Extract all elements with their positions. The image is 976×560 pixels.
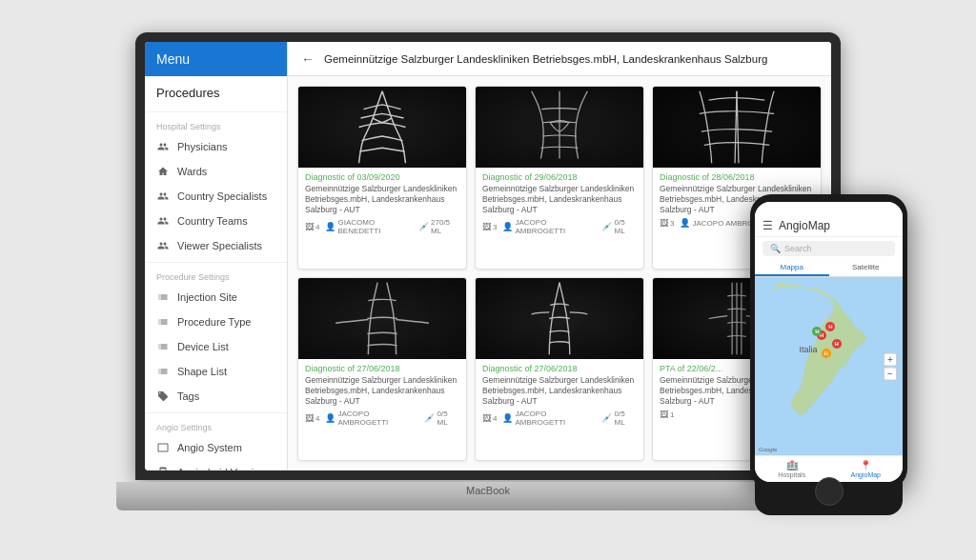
sidebar-item-country-specialists[interactable]: Country Specialists [145, 184, 287, 209]
list-icon [156, 290, 170, 304]
sidebar-item-device-list[interactable]: Device List [145, 334, 287, 359]
phone-nav-angiomap-label: AngioMap [850, 471, 881, 478]
card-image-0 [298, 87, 466, 168]
viewer-specialists-label: Viewer Specialists [177, 240, 262, 251]
card-image-2 [653, 87, 821, 168]
card-date-0: Diagnostic of 03/09/2020 [305, 172, 459, 182]
sidebar-item-country-teams[interactable]: Country Teams [145, 209, 287, 233]
person-icon: 👤 [325, 222, 336, 231]
sidebar-item-physicians[interactable]: Physicians [145, 134, 287, 159]
phone-nav-angiomap[interactable]: 📍 AngioMap [829, 456, 904, 482]
card-info-1: Diagnostic of 29/06/2018 Gemeinnützige S… [476, 168, 643, 240]
sidebar-item-tags[interactable]: Tags [145, 384, 287, 409]
card-doctor-3: 👤 JACOPO AMBROGETTI [325, 410, 418, 427]
phone-search-icon: 🔍 [770, 244, 781, 253]
card-meta-3: 🖼 4 👤 JACOPO AMBROGETTI 💉 [305, 410, 459, 427]
angiomap-icon: 📍 [860, 460, 871, 470]
app-layout: Menu Procedures Hospital Settings Physic… [145, 42, 831, 470]
sidebar-item-injection-site[interactable]: Injection Site [145, 285, 287, 310]
physicians-label: Physicians [177, 141, 228, 152]
list-icon-3 [156, 340, 170, 353]
tag-icon [156, 390, 170, 403]
procedure-card-3[interactable]: Diagnostic of 27/06/2018 Gemeinnützige S… [297, 277, 467, 461]
shape-list-label: Shape List [177, 366, 227, 377]
procedure-card-1[interactable]: Diagnostic of 29/06/2018 Gemeinnützige S… [475, 86, 644, 270]
syringe-icon-3: 💉 [424, 413, 435, 423]
people-icon [156, 140, 170, 153]
card-meta-0: 🖼 4 👤 GIACOMO BENEDETTI 💉 [305, 218, 459, 235]
syringe-icon-4: 💉 [601, 413, 612, 423]
syringe-icon-1: 💉 [601, 222, 612, 231]
tags-label: Tags [177, 390, 199, 402]
card-meta-1: 🖼 3 👤 JACOPO AMBROGETTI 💉 [482, 218, 637, 235]
card-images-count-4: 🖼 4 [482, 413, 497, 423]
phone-status-bar [755, 202, 903, 215]
card-hospital-0: Gemeinnützige Salzburger Landeskliniken … [305, 184, 459, 215]
procedure-type-label: Procedure Type [177, 316, 251, 328]
card-images-count-5: 🖼 1 [660, 410, 674, 419]
phone-menu-icon[interactable]: ☰ [762, 219, 773, 232]
phone-nav-hospitals[interactable]: 🏥 Hospitals [755, 456, 829, 482]
device-list-label: Device List [177, 341, 229, 352]
phone-tab-satellite[interactable]: Satellite [829, 260, 904, 276]
laptop-foot [116, 497, 860, 510]
phone-frame: ☰ AngioMap 🔍 Search Mappa Satellite [750, 194, 907, 490]
procedure-card-0[interactable]: Diagnostic of 03/09/2020 Gemeinnützige S… [297, 86, 467, 270]
image-icon: 🖼 [305, 222, 314, 231]
list-icon-2 [156, 315, 170, 329]
card-images-count-3: 🖼 4 [305, 413, 319, 423]
card-info-0: Diagnostic of 03/09/2020 Gemeinnützige S… [298, 168, 466, 240]
procedure-card-4[interactable]: Diagnostic of 27/06/2018 Gemeinnützige S… [475, 277, 644, 461]
sidebar-item-viewer-specialists[interactable]: Viewer Specialists [145, 233, 287, 258]
card-date-3: Diagnostic of 27/06/2018 [305, 364, 459, 373]
sidebar: Menu Procedures Hospital Settings Physic… [145, 42, 288, 470]
card-hospital-3: Gemeinnützige Salzburger Landeskliniken … [305, 375, 459, 407]
menu-label: Menu [156, 51, 190, 67]
people-icon-3 [156, 214, 170, 228]
map-zoom-controls: + − [884, 352, 897, 380]
card-doctor-1: 👤 JACOPO AMBROGETTI [502, 218, 596, 235]
phone-search-placeholder: Search [784, 244, 812, 253]
person-icon-4: 👤 [502, 413, 513, 423]
sidebar-item-wards[interactable]: Wards [145, 159, 287, 184]
angio-settings-label: Angio Settings [145, 412, 287, 435]
phone-nav-hospitals-label: Hospitals [778, 471, 805, 478]
phone-map: Italia H H H H H + − Google [755, 277, 903, 455]
image-icon-5: 🖼 [660, 410, 668, 419]
person-icon-1: 👤 [502, 222, 513, 231]
zoom-out-button[interactable]: − [884, 367, 897, 380]
procedure-settings-label: Procedure Settings [145, 262, 287, 285]
country-teams-label: Country Teams [177, 215, 248, 227]
card-date-4: Diagnostic of 27/06/2018 [482, 364, 637, 373]
person-icon-3: 👤 [325, 413, 336, 423]
card-image-1 [476, 87, 643, 168]
card-size-1: 💉 0/5 ML [601, 218, 637, 235]
sidebar-item-procedure-type[interactable]: Procedure Type [145, 310, 287, 334]
sidebar-item-angiodroid-version[interactable]: Angiodroid Version [145, 460, 287, 470]
card-image-4 [476, 278, 643, 359]
laptop-screen: Menu Procedures Hospital Settings Physic… [145, 42, 831, 470]
device-icon [156, 441, 170, 454]
angio-system-label: Angio System [177, 442, 242, 453]
map-marker-3[interactable]: H [822, 349, 831, 358]
laptop-screen-bezel: Menu Procedures Hospital Settings Physic… [135, 32, 841, 480]
map-italy-label: Italia [800, 345, 818, 354]
card-doctor-0: 👤 GIACOMO BENEDETTI [325, 218, 413, 235]
card-hospital-1: Gemeinnützige Salzburger Landeskliniken … [482, 184, 637, 215]
angiodroid-version-label: Angiodroid Version [177, 467, 265, 470]
back-button[interactable]: ← [301, 51, 315, 67]
phone-app-title: AngioMap [779, 219, 830, 232]
phone-tab-map[interactable]: Mappa [755, 260, 829, 276]
sidebar-item-shape-list[interactable]: Shape List [145, 359, 287, 384]
card-images-count-0: 🖼 4 [305, 222, 319, 231]
phone-search-box[interactable]: 🔍 Search [762, 241, 895, 256]
zoom-in-button[interactable]: + [884, 352, 897, 366]
domain-icon [156, 165, 170, 178]
laptop-frame: Menu Procedures Hospital Settings Physic… [116, 32, 860, 528]
image-icon-1: 🖼 [482, 222, 491, 231]
country-specialists-label: Country Specialists [177, 190, 267, 202]
sidebar-item-angio-system[interactable]: Angio System [145, 435, 287, 460]
phone-home-button[interactable] [815, 477, 844, 506]
list-icon-4 [156, 365, 170, 378]
image-icon-3: 🖼 [305, 413, 314, 423]
